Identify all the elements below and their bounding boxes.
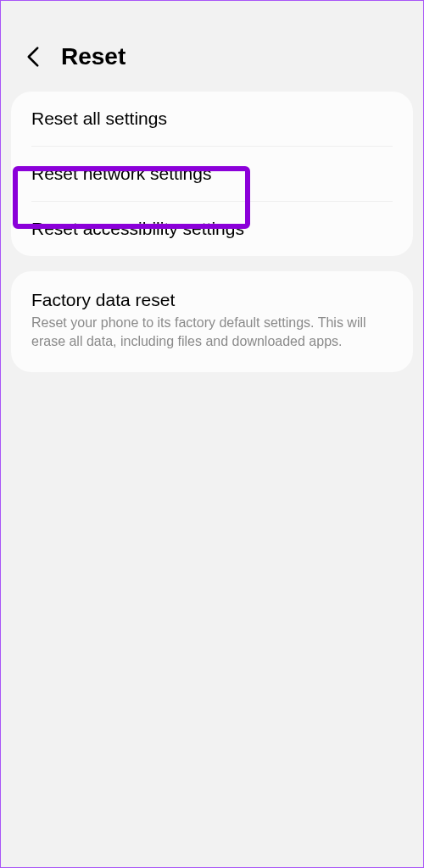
reset-network-settings-item[interactable]: Reset network settings: [11, 147, 413, 201]
reset-all-settings-item[interactable]: Reset all settings: [11, 92, 413, 146]
page-title: Reset: [61, 43, 126, 70]
list-item-label: Reset network settings: [31, 164, 393, 184]
back-icon[interactable]: [22, 46, 44, 68]
factory-data-reset-item[interactable]: Factory data reset Reset your phone to i…: [11, 271, 413, 372]
header: Reset: [1, 1, 423, 92]
factory-reset-description: Reset your phone to its factory default …: [31, 314, 393, 350]
reset-accessibility-settings-item[interactable]: Reset accessibility settings: [11, 202, 413, 256]
reset-options-card: Reset all settings Reset network setting…: [11, 92, 413, 256]
factory-reset-title: Factory data reset: [31, 290, 393, 310]
list-item-label: Reset all settings: [31, 108, 393, 129]
list-item-label: Reset accessibility settings: [31, 219, 393, 239]
